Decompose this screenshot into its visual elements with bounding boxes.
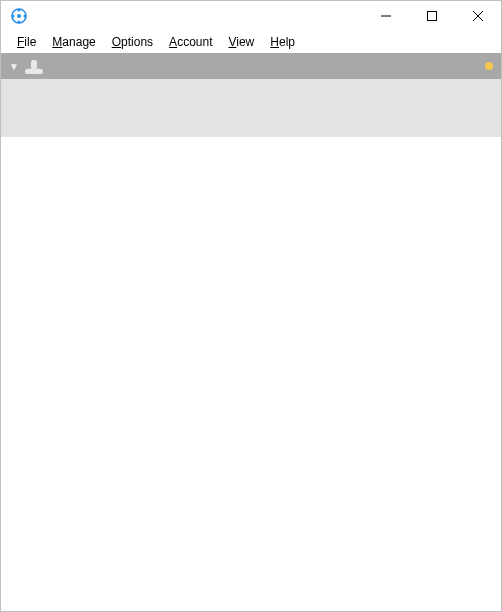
empty-area <box>1 79 501 137</box>
menu-manage[interactable]: Manage <box>44 33 103 51</box>
node-icon <box>25 57 43 75</box>
menu-file[interactable]: File <box>9 33 44 51</box>
title-bar <box>1 1 501 31</box>
menu-bar: File Manage Options Account View Help <box>1 31 501 53</box>
menu-options[interactable]: Options <box>104 33 161 51</box>
node-header[interactable]: ▼ <box>1 53 501 79</box>
chevron-down-icon: ▼ <box>9 61 19 72</box>
svg-rect-29 <box>428 12 437 21</box>
app-logo-icon <box>11 8 27 24</box>
close-button[interactable] <box>455 1 501 31</box>
node-status-dot <box>485 62 493 70</box>
window-controls <box>363 1 501 31</box>
menu-help[interactable]: Help <box>262 33 303 51</box>
minimize-button[interactable] <box>363 1 409 31</box>
menu-view[interactable]: View <box>220 33 262 51</box>
menu-account[interactable]: Account <box>161 33 220 51</box>
maximize-button[interactable] <box>409 1 455 31</box>
